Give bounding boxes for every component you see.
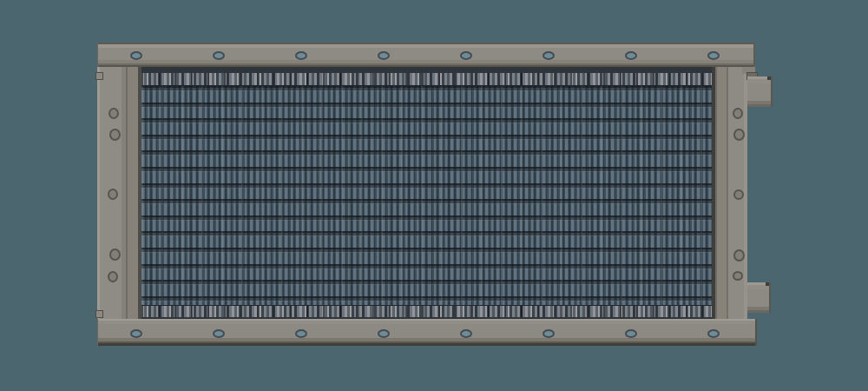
tab-notch — [766, 282, 769, 286]
rail-hole-left — [108, 108, 119, 119]
rail-hole-left — [109, 249, 121, 261]
rail-hole-right — [733, 129, 745, 141]
rail-hole-right — [733, 249, 745, 262]
bolt-hole-bottom-flange — [213, 329, 225, 338]
top-mounting-flange — [97, 43, 755, 67]
fin-top-edge — [141, 73, 712, 86]
rail-hole-left — [108, 189, 118, 200]
bolt-hole-top-flange — [295, 51, 307, 60]
tab-notch — [767, 76, 771, 80]
bolt-hole-bottom-flange — [460, 329, 472, 338]
left-clip-top — [95, 72, 103, 80]
bolt-hole-bottom-flange — [130, 329, 142, 338]
rail-hole-right — [733, 271, 743, 281]
bolt-hole-bottom-flange — [378, 329, 390, 338]
bolt-hole-top-flange — [213, 51, 225, 60]
bolt-hole-top-flange — [625, 51, 637, 60]
bolt-hole-top-flange — [378, 51, 390, 60]
bolt-hole-top-flange — [130, 51, 142, 60]
bolt-hole-bottom-flange — [295, 329, 307, 338]
bolt-hole-top-flange — [542, 51, 555, 60]
bottom-mounting-flange — [97, 319, 757, 346]
left-clip-bottom — [95, 310, 103, 318]
bolt-hole-top-flange — [460, 51, 472, 60]
stage — [0, 0, 868, 391]
rail-hole-right — [733, 189, 744, 200]
bolt-hole-bottom-flange — [707, 329, 720, 338]
rail-hole-left — [109, 129, 121, 141]
left-side-rail — [97, 66, 141, 321]
rail-hole-left — [108, 271, 118, 282]
bolt-hole-top-flange — [707, 51, 720, 60]
mounting-tab-top-right — [747, 76, 773, 107]
rail-hole-right — [733, 108, 743, 119]
bolt-hole-bottom-flange — [625, 329, 637, 338]
fin-bottom-edge — [141, 305, 712, 317]
bolt-hole-bottom-flange — [542, 329, 555, 338]
fin-core — [141, 86, 712, 305]
mounting-tab-bottom-right — [747, 282, 771, 313]
